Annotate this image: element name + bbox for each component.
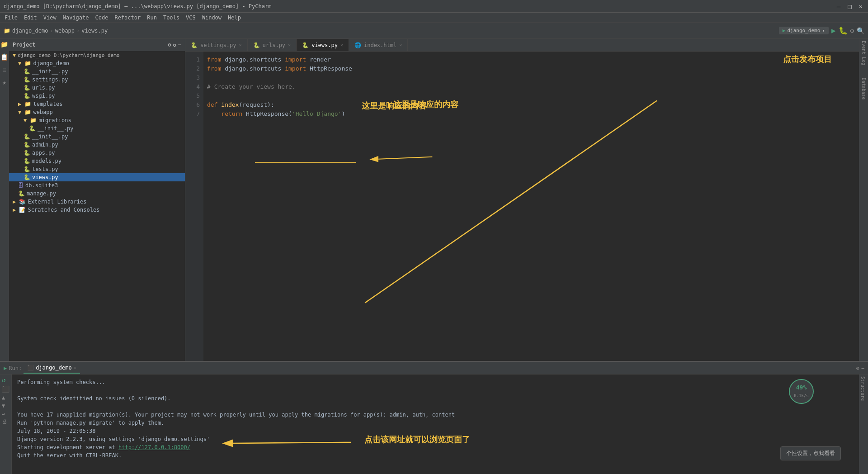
structure-icon[interactable]: ≡ xyxy=(0,66,9,73)
tree-migrations[interactable]: ▼ 📁 migrations xyxy=(9,116,185,124)
run-tab-label: django_demo xyxy=(36,365,71,371)
tree-urls[interactable]: 🐍 urls.py xyxy=(9,84,185,92)
window-controls[interactable]: — □ ✕ xyxy=(835,3,864,10)
menu-navigate[interactable]: Navigate xyxy=(60,14,92,22)
output-line-3: System check identified no issues (0 sil… xyxy=(17,394,854,403)
scroll-down-icon[interactable]: ▼ xyxy=(2,403,9,409)
bottom-panel: ▶ Run: ⬛ django_demo ✕ ⚙ − ↺ ⬛ ▲ ▼ ↵ 🖨 P… xyxy=(0,361,868,474)
menu-file[interactable]: File xyxy=(2,14,20,22)
tab-index[interactable]: 🌐 index.html ✕ xyxy=(349,39,408,51)
output-line-1: Performing system checks... xyxy=(17,378,854,386)
menu-view[interactable]: View xyxy=(41,14,59,22)
tree-label: __init__.py xyxy=(32,133,68,140)
output-line-4 xyxy=(17,403,854,411)
tree-root[interactable]: ▼ django_demo D:\pycharm\django_demo xyxy=(9,51,185,59)
sidebar-header: Project ⚙ ↻ − xyxy=(9,39,185,51)
close-tab-settings[interactable]: ✕ xyxy=(239,43,241,47)
tree-apps[interactable]: 🐍 apps.py xyxy=(9,149,185,157)
file-crumb[interactable]: views.py xyxy=(81,28,108,34)
tree-label: apps.py xyxy=(32,150,55,156)
webapp-crumb[interactable]: webapp xyxy=(55,28,75,34)
tree-views[interactable]: 🐍 views.py xyxy=(9,173,185,181)
menu-help[interactable]: Help xyxy=(225,14,244,22)
py-icon: 🐍 xyxy=(253,42,260,48)
code-editor[interactable]: 1 2 3 4 5 6 7 from django.shortcuts impo… xyxy=(185,52,859,361)
py-icon: 🐍 xyxy=(24,150,30,156)
restart-icon[interactable]: ↺ xyxy=(2,376,9,384)
tree-admin[interactable]: 🐍 admin.py xyxy=(9,141,185,149)
tree-scratches[interactable]: ▶ 📝 Scratches and Consoles xyxy=(9,206,185,214)
notification-box[interactable]: 个性设置，点我看看 xyxy=(780,446,841,460)
close-tab-urls[interactable]: ✕ xyxy=(288,43,291,47)
minimize-run-icon[interactable]: − xyxy=(861,365,864,371)
tree-migration-init[interactable]: 🐍 __init__.py xyxy=(9,124,185,133)
minimize-button[interactable]: — xyxy=(835,3,842,10)
gear-icon[interactable]: ⚙ xyxy=(168,42,171,48)
dev-server-url[interactable]: http://127.0.0.1:8000/ xyxy=(118,444,190,450)
project-name[interactable]: django_demo xyxy=(12,28,48,34)
py-icon: 🐍 xyxy=(24,166,30,172)
database-icon[interactable]: Database xyxy=(861,78,866,100)
bottom-tabs: ▶ Run: ⬛ django_demo ✕ ⚙ − xyxy=(0,362,868,374)
scroll-up-icon[interactable]: ▲ xyxy=(2,394,9,401)
chevron-icon: ▾ xyxy=(822,28,825,33)
tab-urls[interactable]: 🐍 urls.py ✕ xyxy=(248,39,297,51)
tree-db[interactable]: 🗄 db.sqlite3 xyxy=(9,181,185,190)
menu-tools[interactable]: Tools xyxy=(160,14,182,22)
py-icon: 🐍 xyxy=(191,42,198,48)
sync-icon[interactable]: ↻ xyxy=(173,42,176,48)
menu-bar: File Edit View Navigate Code Refactor Ru… xyxy=(0,13,868,23)
settings-icon[interactable]: ⚙ xyxy=(850,27,854,34)
tree-webapp[interactable]: ▼ 📁 webapp xyxy=(9,108,185,116)
close-tab-index[interactable]: ✕ xyxy=(399,43,402,47)
tab-settings[interactable]: 🐍 settings.py ✕ xyxy=(185,39,248,51)
tree-models[interactable]: 🐍 models.py xyxy=(9,157,185,165)
tab-views[interactable]: 🐍 views.py ✕ xyxy=(297,39,349,51)
close-tab-views[interactable]: ✕ xyxy=(340,43,343,47)
debug-button[interactable]: 🐛 xyxy=(839,26,848,35)
tree-django-demo[interactable]: ▼ 📁 django_demo xyxy=(9,59,185,67)
menu-vcs[interactable]: VCS xyxy=(183,14,198,22)
menu-refactor[interactable]: Refactor xyxy=(112,14,143,22)
tree-ext-libs[interactable]: ▶ 📚 External Libraries xyxy=(9,198,185,206)
commit-icon[interactable]: 📋 xyxy=(0,53,9,61)
run-button[interactable]: ▶ xyxy=(831,26,836,35)
output-line-9: Starting development server at http://12… xyxy=(17,443,854,451)
print-icon[interactable]: 🖨 xyxy=(2,418,9,425)
tree-settings[interactable]: 🐍 settings.py xyxy=(9,76,185,84)
html-icon: 🌐 xyxy=(354,42,361,48)
maximize-button[interactable]: □ xyxy=(846,3,853,10)
stop-icon[interactable]: ⬛ xyxy=(2,385,9,393)
tree-label: models.py xyxy=(32,158,61,164)
py-icon: 🐍 xyxy=(24,133,30,140)
bottom-toolbar: ↺ ⬛ ▲ ▼ ↵ 🖨 xyxy=(0,374,12,474)
tree-init1[interactable]: 🐍 __init__.py xyxy=(9,67,185,76)
run-config-label: django_demo xyxy=(787,28,820,33)
event-log-icon[interactable]: Event Log xyxy=(861,41,866,65)
menu-edit[interactable]: Edit xyxy=(21,14,40,22)
tree-label: External Libraries xyxy=(28,199,86,205)
project-icon[interactable]: 📁 xyxy=(0,41,9,48)
tree-wsgi[interactable]: 🐍 wsgi.py xyxy=(9,92,185,100)
favorites-icon[interactable]: ★ xyxy=(0,79,9,86)
tree-templates[interactable]: ▶ 📁 templates xyxy=(9,100,185,108)
menu-code[interactable]: Code xyxy=(93,14,111,22)
search-icon[interactable]: 🔍 xyxy=(857,27,864,34)
tree-manage[interactable]: 🐍 manage.py xyxy=(9,190,185,198)
settings-run-icon[interactable]: ⚙ xyxy=(856,365,859,371)
tree-tests[interactable]: 🐍 tests.py xyxy=(9,165,185,173)
folder-icon: ▶ 📚 xyxy=(13,199,26,205)
collapse-icon[interactable]: − xyxy=(178,42,181,48)
tab-run-django[interactable]: ⬛ django_demo ✕ xyxy=(24,363,80,374)
sidebar: Project ⚙ ↻ − ▼ django_demo D:\pycharm\d… xyxy=(9,39,185,361)
soft-wrap-icon[interactable]: ↵ xyxy=(2,411,9,417)
code-content[interactable]: from django.shortcuts import render from… xyxy=(203,52,859,361)
close-button[interactable]: ✕ xyxy=(857,3,864,10)
run-config[interactable]: ▶ django_demo ▾ xyxy=(779,27,829,34)
tree-label: Scratches and Consoles xyxy=(28,207,99,213)
menu-run[interactable]: Run xyxy=(144,14,160,22)
close-run-tab[interactable]: ✕ xyxy=(74,365,76,370)
menu-window[interactable]: Window xyxy=(199,14,224,22)
tree-webapp-init[interactable]: 🐍 __init__.py xyxy=(9,133,185,141)
structure-icon[interactable]: Structure xyxy=(859,374,866,403)
